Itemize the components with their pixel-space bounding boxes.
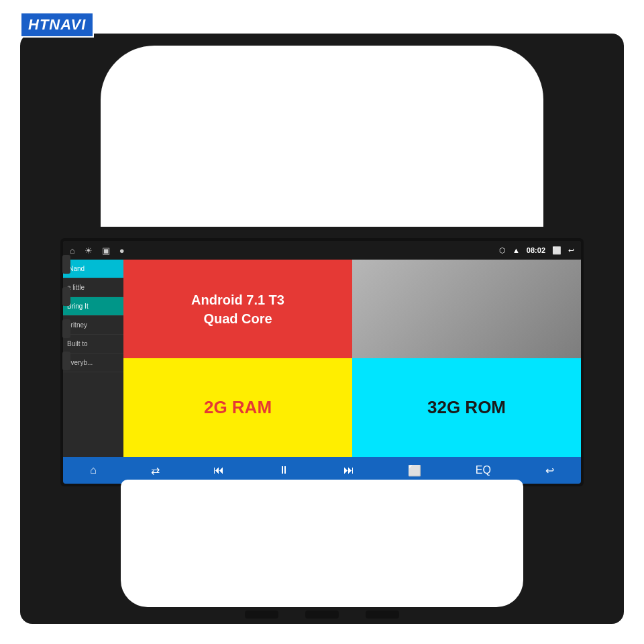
shuffle-button[interactable]: ⇄ [151,464,160,477]
bottom-tabs [245,610,399,619]
side-btn-4[interactable] [62,352,70,370]
side-btn-1[interactable] [62,255,70,274]
album-art-overlay [352,260,581,358]
android-version: Android 7.1 T3 [191,290,284,309]
back-control-button[interactable]: ↩ [545,464,554,477]
eq-button[interactable]: EQ [476,464,491,476]
android-info-quad: Android 7.1 T3 Quad Core [123,260,352,358]
screen-bezel: ⌂ ☀ ▣ ● ⬡ ▲ 08:02 ⬜ ↩ iNand a li [60,238,584,486]
signal-icon: ▲ [513,246,520,254]
screen-button[interactable]: ⬜ [408,464,421,477]
quadrants: Android 7.1 T3 Quad Core 2G RAM [123,260,581,457]
status-bar-left: ⌂ ☀ ▣ ● [70,246,125,256]
playlist-item-2[interactable]: a little [63,278,123,297]
back-icon[interactable]: ↩ [568,246,574,255]
bottom-tab-2 [305,610,339,619]
ram-quad: 2G RAM [123,358,352,457]
logo-text: HTNAVI [28,16,86,33]
album-art-quad [352,260,581,358]
bluetooth-icon: ⬡ [499,246,506,255]
car-frame: ⌂ ☀ ▣ ● ⬡ ▲ 08:02 ⬜ ↩ iNand a li [20,34,624,624]
image-icon[interactable]: ▣ [102,246,110,256]
home-button[interactable]: ⌂ [90,464,97,476]
main-content: iNand a little Bring It britney Built to… [63,260,581,457]
rom-quad: 32G ROM [352,358,581,457]
status-bar-right: ⬡ ▲ 08:02 ⬜ ↩ [499,246,574,255]
bottom-tab-1 [245,610,278,619]
ram-text: 2G RAM [204,397,272,418]
prev-button[interactable]: ⏮ [213,464,224,476]
screen: ⌂ ☀ ▣ ● ⬡ ▲ 08:02 ⬜ ↩ iNand a li [63,241,581,484]
playlist-item-1[interactable]: iNand [63,260,123,278]
window-icon: ⬜ [552,246,561,255]
playlist-panel: iNand a little Bring It britney Built to… [63,260,123,457]
home-status-icon[interactable]: ⌂ [70,246,75,256]
pause-button[interactable]: ⏸ [278,464,289,476]
logo: HTNAVI [20,12,94,38]
playlist-item-5[interactable]: Built to [63,335,123,354]
dot-icon: ● [119,246,125,256]
clock: 08:02 [527,246,545,254]
next-button[interactable]: ⏭ [343,464,354,476]
playlist-item-4[interactable]: britney [63,316,123,335]
rom-text: 32G ROM [427,397,506,418]
side-btn-3[interactable] [62,319,70,338]
playlist-item-6[interactable]: everyb... [63,354,123,372]
side-buttons [62,255,70,370]
brightness-icon[interactable]: ☀ [85,246,93,256]
side-btn-2[interactable] [62,287,70,306]
bottom-tab-3 [366,610,399,619]
center-display: Android 7.1 T3 Quad Core 2G RAM [123,260,581,457]
bottom-cutout [121,480,523,607]
playlist-item-3[interactable]: Bring It [63,297,123,316]
top-opening [101,46,543,227]
status-bar: ⌂ ☀ ▣ ● ⬡ ▲ 08:02 ⬜ ↩ [63,241,581,260]
processor-text: Quad Core [203,309,272,328]
